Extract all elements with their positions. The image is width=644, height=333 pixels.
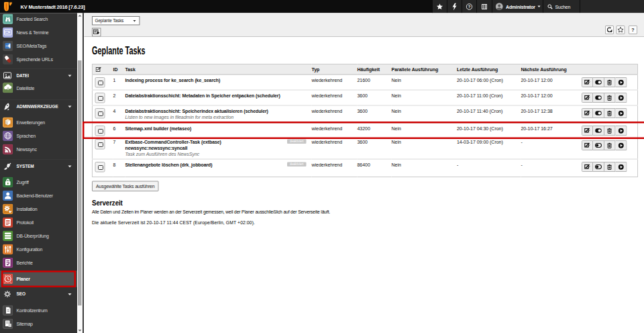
svg-text:?: ? bbox=[468, 5, 471, 9]
